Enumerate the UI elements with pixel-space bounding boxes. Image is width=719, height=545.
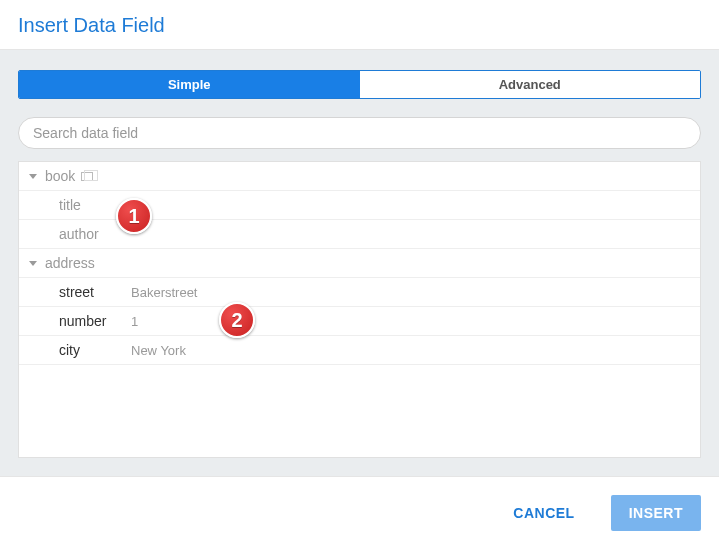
field-label: title <box>59 197 119 213</box>
tree-group-address[interactable]: address <box>19 249 700 278</box>
tree-panel: book title author address street Bakerst… <box>18 161 701 458</box>
tree-item-city[interactable]: city New York <box>19 336 700 365</box>
repeatable-icon <box>81 172 93 181</box>
insert-button[interactable]: Insert <box>611 495 701 531</box>
field-label: author <box>59 226 119 242</box>
tree-item-street[interactable]: street Bakerstreet <box>19 278 700 307</box>
group-label: book <box>45 168 75 184</box>
dialog-title: Insert Data Field <box>18 14 701 37</box>
field-label: city <box>59 342 119 358</box>
tab-simple[interactable]: Simple <box>19 71 360 98</box>
field-value: 1 <box>131 314 138 329</box>
tree-group-book[interactable]: book <box>19 162 700 191</box>
dialog-footer: Cancel Insert <box>0 476 719 545</box>
tree-item-number[interactable]: number 1 <box>19 307 700 336</box>
field-value: New York <box>131 343 186 358</box>
field-label: street <box>59 284 119 300</box>
search-input[interactable] <box>18 117 701 149</box>
insert-data-field-dialog: Insert Data Field Simple Advanced book t… <box>0 0 719 545</box>
tab-row: Simple Advanced <box>18 70 701 99</box>
search-wrap <box>18 117 701 149</box>
tab-advanced[interactable]: Advanced <box>360 71 701 98</box>
cancel-button[interactable]: Cancel <box>495 495 592 531</box>
caret-down-icon <box>29 261 37 266</box>
caret-down-icon <box>29 174 37 179</box>
tree-item-author[interactable]: author <box>19 220 700 249</box>
tree-item-title[interactable]: title <box>19 191 700 220</box>
dialog-header: Insert Data Field <box>0 0 719 50</box>
field-label: number <box>59 313 119 329</box>
group-label: address <box>45 255 95 271</box>
dialog-body: Simple Advanced book title author <box>0 50 719 476</box>
field-value: Bakerstreet <box>131 285 197 300</box>
